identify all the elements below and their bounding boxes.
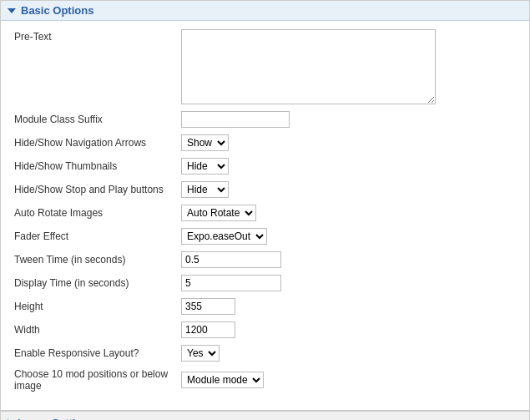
nav-arrows-label: Hide/Show Navigation Arrows bbox=[14, 137, 181, 149]
tween-time-input[interactable] bbox=[181, 251, 281, 268]
module-class-suffix-row: Module Class Suffix bbox=[14, 111, 516, 128]
width-row: Width bbox=[14, 321, 516, 338]
height-label: Height bbox=[14, 301, 181, 312]
tween-time-row: Tween Time (in seconds) bbox=[14, 251, 516, 268]
tween-time-label: Tween Time (in seconds) bbox=[14, 254, 181, 266]
display-time-label: Display Time (in seconds) bbox=[14, 277, 181, 289]
height-input[interactable] bbox=[181, 298, 235, 315]
display-time-row: Display Time (in seconds) bbox=[14, 275, 516, 291]
nav-arrows-row: Hide/Show Navigation Arrows Show Hide bbox=[14, 134, 516, 151]
stop-play-row: Hide/Show Stop and Play buttons Hide Sho… bbox=[14, 181, 516, 198]
responsive-label: Enable Responsive Layout? bbox=[14, 347, 181, 359]
basic-options-header[interactable]: Basic Options bbox=[1, 1, 529, 21]
thumbnails-label: Hide/Show Thumbnails bbox=[14, 160, 181, 172]
height-row: Height bbox=[14, 298, 516, 315]
pre-text-input[interactable] bbox=[181, 29, 436, 104]
image-settings-panel: Image Settings bbox=[0, 411, 530, 420]
mod-positions-row: Choose 10 mod positions or below image M… bbox=[14, 368, 516, 392]
responsive-select[interactable]: Yes No bbox=[181, 345, 220, 362]
auto-rotate-label: Auto Rotate Images bbox=[14, 207, 181, 219]
pre-text-row: Pre-Text bbox=[14, 29, 516, 104]
thumbnails-row: Hide/Show Thumbnails Hide Show bbox=[14, 158, 516, 175]
fader-effect-row: Fader Effect Expo.easeOut Linear Elastic bbox=[14, 228, 516, 245]
responsive-row: Enable Responsive Layout? Yes No bbox=[14, 345, 516, 362]
pre-text-label: Pre-Text bbox=[14, 29, 181, 43]
stop-play-select[interactable]: Hide Show bbox=[181, 181, 229, 198]
auto-rotate-row: Auto Rotate Images Auto Rotate No Rotate bbox=[14, 205, 516, 221]
width-input[interactable] bbox=[181, 321, 235, 338]
fader-effect-label: Fader Effect bbox=[14, 230, 181, 242]
image-settings-title: Image Settings bbox=[18, 417, 94, 420]
module-class-suffix-label: Module Class Suffix bbox=[14, 114, 181, 125]
collapse-icon bbox=[8, 8, 16, 13]
thumbnails-select[interactable]: Hide Show bbox=[181, 158, 229, 175]
stop-play-label: Hide/Show Stop and Play buttons bbox=[14, 184, 181, 195]
nav-arrows-select[interactable]: Show Hide bbox=[181, 134, 229, 151]
fader-effect-select[interactable]: Expo.easeOut Linear Elastic bbox=[181, 228, 267, 245]
mod-positions-label: Choose 10 mod positions or below image bbox=[14, 368, 181, 392]
display-time-input[interactable] bbox=[181, 275, 281, 291]
basic-options-body: Pre-Text Module Class Suffix Hide/Show N… bbox=[1, 21, 529, 410]
image-settings-header[interactable]: Image Settings bbox=[1, 411, 529, 420]
mod-positions-select[interactable]: Module mode Below image bbox=[181, 372, 264, 388]
width-label: Width bbox=[14, 324, 181, 336]
basic-options-title: Basic Options bbox=[21, 4, 93, 17]
auto-rotate-select[interactable]: Auto Rotate No Rotate bbox=[181, 205, 256, 221]
module-class-suffix-input[interactable] bbox=[181, 111, 290, 128]
basic-options-panel: Basic Options Pre-Text Module Class Suff… bbox=[0, 0, 530, 411]
